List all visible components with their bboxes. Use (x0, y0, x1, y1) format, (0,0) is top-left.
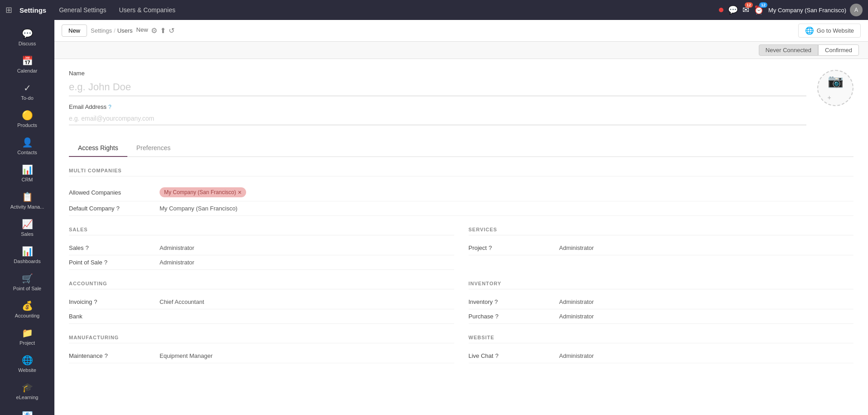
tab-preferences[interactable]: Preferences (127, 140, 179, 157)
default-company-row: Default Company ? My Company (San Franci… (69, 201, 853, 216)
website-title: WEBSITE (469, 335, 854, 343)
sidebar-item-sales[interactable]: 📈 Sales (0, 214, 54, 241)
sidebar-item-products[interactable]: 🟡 Products (0, 105, 54, 132)
allowed-companies-row: Allowed Companies My Company (San Franci… (69, 184, 853, 201)
refresh-icon[interactable]: ↺ (169, 26, 175, 35)
contacts-icon: 👤 (22, 137, 33, 148)
settings-icon[interactable]: ⚙ (151, 26, 157, 35)
sidebar-item-email-marketing[interactable]: 📧 Email Marketing (0, 405, 54, 415)
default-company-help-icon[interactable]: ? (116, 205, 119, 212)
message-badge: 12 (745, 2, 753, 8)
breadcrumb-users[interactable]: Users (117, 27, 133, 34)
toolbar: New Settings / Users New ⚙ ⬆ ↺ 🌐 Go to W… (54, 20, 868, 42)
upload-icon[interactable]: ⬆ (160, 26, 166, 35)
inventory-help-icon[interactable]: ? (495, 298, 498, 305)
manufacturing-title: MANUFACTURING (69, 335, 454, 343)
pos-row: Point of Sale ? Administrator (69, 255, 454, 270)
email-marketing-icon: 📧 (22, 409, 33, 415)
project-label: Project ? (469, 244, 559, 251)
maintenance-help-icon[interactable]: ? (104, 352, 107, 359)
invoicing-value: Chief Accountant (160, 298, 454, 305)
form-area: Name Email Address ? 📷+ (54, 59, 868, 415)
discuss-icon: 💬 (22, 28, 33, 39)
company-tag: My Company (San Francisco) × (160, 187, 246, 197)
invoicing-label: Invoicing ? (69, 298, 160, 305)
nav-icons: 💬 ✉ 12 ⏰ 12 My Company (San Francisco) A (719, 4, 863, 16)
name-input[interactable] (69, 78, 806, 96)
email-help-icon[interactable]: ? (108, 104, 112, 110)
allowed-companies-label: Allowed Companies (69, 189, 160, 196)
breadcrumb: Settings / Users (91, 27, 133, 34)
tag-close-icon[interactable]: × (238, 189, 242, 196)
email-field-group: Email Address ? (69, 103, 806, 125)
manufacturing-section: MANUFACTURING Maintenance ? Equipment Ma… (69, 335, 454, 363)
nav-users-companies[interactable]: Users & Companies (113, 4, 181, 16)
app-name: Settings (19, 6, 46, 14)
invoicing-help-icon[interactable]: ? (94, 298, 97, 305)
bank-label: Bank (69, 313, 160, 320)
message-icon-btn[interactable]: ✉ 12 (742, 5, 749, 15)
company-name: My Company (San Francisco) (768, 7, 846, 14)
sublabel: New (136, 26, 148, 35)
invoicing-row: Invoicing ? Chief Accountant (69, 295, 454, 309)
purchase-help-icon[interactable]: ? (495, 313, 498, 320)
sidebar-item-activity[interactable]: 📋 Activity Mana... (0, 187, 54, 214)
sidebar-item-todo[interactable]: ✓ To-do (0, 78, 54, 105)
sidebar-item-dashboards[interactable]: 📊 Dashboards (0, 241, 54, 269)
name-label: Name (69, 70, 806, 77)
sidebar-item-contacts[interactable]: 👤 Contacts (0, 132, 54, 160)
sidebar-item-project[interactable]: 📁 Project (0, 323, 54, 350)
elearning-icon: 🎓 (22, 382, 33, 393)
avatar: A (850, 4, 863, 16)
sidebar-item-accounting[interactable]: 💰 Accounting (0, 296, 54, 323)
services-title: SERVICES (469, 227, 854, 235)
sidebar-item-website[interactable]: 🌐 Website (0, 350, 54, 377)
todo-icon: ✓ (24, 83, 31, 93)
activity-icon-btn[interactable]: ⏰ 12 (754, 5, 764, 15)
sales-help-icon[interactable]: ? (86, 244, 89, 251)
email-input[interactable] (69, 112, 806, 125)
bank-row: Bank (69, 309, 454, 324)
sidebar: 💬 Discuss 📅 Calendar ✓ To-do 🟡 Products … (0, 20, 54, 415)
status-confirmed[interactable]: Confirmed (818, 44, 859, 56)
website-section: WEBSITE Live Chat ? Administrator (469, 335, 854, 363)
sidebar-item-pos[interactable]: 🛒 Point of Sale (0, 269, 54, 296)
avatar-upload[interactable]: 📷+ (817, 70, 853, 106)
email-label: Email Address ? (69, 103, 806, 110)
livechat-help-icon[interactable]: ? (495, 352, 498, 359)
sidebar-item-calendar[interactable]: 📅 Calendar (0, 51, 54, 78)
new-button[interactable]: New (62, 24, 87, 37)
chat-icon-btn[interactable]: 💬 (728, 5, 738, 15)
pos-icon: 🛒 (22, 273, 33, 284)
website-icon: 🌐 (22, 355, 33, 366)
tab-access-rights[interactable]: Access Rights (69, 140, 127, 157)
tabs: Access Rights Preferences (69, 140, 853, 157)
breadcrumb-settings[interactable]: Settings (91, 27, 112, 34)
products-icon: 🟡 (22, 110, 33, 121)
sales-row: Sales ? Administrator (69, 241, 454, 255)
inventory-title: INVENTORY (469, 281, 854, 289)
nav-links: General Settings Users & Companies (53, 4, 181, 16)
sales-section: SALES Sales ? Administrator Point of Sal… (69, 227, 454, 270)
inventory-value: Administrator (559, 298, 854, 305)
calendar-icon: 📅 (22, 55, 33, 66)
sidebar-item-discuss[interactable]: 💬 Discuss (0, 24, 54, 51)
form-fields: Name Email Address ? (69, 70, 806, 132)
breadcrumb-sep: / (114, 27, 116, 34)
pos-help-icon[interactable]: ? (104, 259, 107, 266)
go-to-website-button[interactable]: 🌐 Go to Website (798, 24, 861, 38)
status-never-connected[interactable]: Never Connected (759, 44, 818, 56)
status-dot (719, 8, 723, 12)
sidebar-item-crm[interactable]: 📊 CRM (0, 160, 54, 187)
multi-companies-title: MULTI COMPANIES (69, 168, 853, 176)
status-bar: Never Connected Confirmed (54, 42, 868, 59)
maintenance-row: Maintenance ? Equipment Manager (69, 349, 454, 363)
nav-general-settings[interactable]: General Settings (53, 4, 112, 16)
app-grid-icon[interactable]: ⊞ (5, 5, 12, 15)
sales-label: Sales ? (69, 244, 160, 251)
pos-label: Point of Sale ? (69, 259, 160, 266)
inventory-row: Inventory ? Administrator (469, 295, 854, 309)
sidebar-item-elearning[interactable]: 🎓 eLearning (0, 377, 54, 405)
company-info[interactable]: My Company (San Francisco) A (768, 4, 863, 16)
project-help-icon[interactable]: ? (489, 244, 492, 251)
